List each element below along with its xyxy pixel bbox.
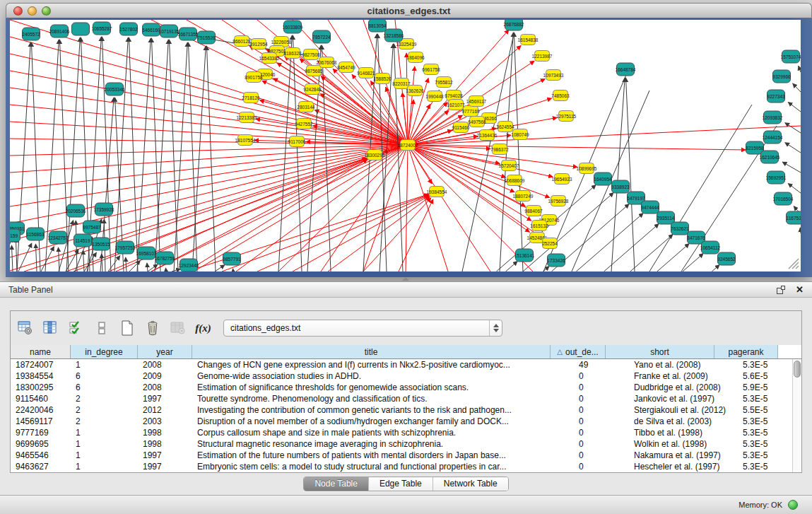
table-row[interactable]: 977716911998Corpus callosum shape and si… [11,427,801,438]
cell-title: Embryonic stem cells: a model to study s… [192,461,574,472]
graph-node-label: 15751074 [781,54,801,59]
graph-node-label: 16958107 [136,251,157,256]
graph-node-label: 1362626 [406,88,424,93]
graph-node-label: 2803144 [297,105,315,110]
resize-grip-icon[interactable] [792,262,799,269]
graph-node-label: 12213987 [532,54,553,59]
column-header-year[interactable]: year [138,345,192,358]
select-all-check-icon[interactable] [66,319,86,338]
graph-node-label: 16154838 [518,37,539,42]
graph-node-label: 13218586 [384,33,404,38]
cell-year: 1998 [138,427,192,438]
window-titlebar[interactable]: citations_edges.txt [6,3,812,18]
graph-node-label: 7857224 [312,35,331,40]
graph-edge [83,250,84,271]
graph-edge [543,267,550,271]
fx-glyph: f(x) [195,322,211,334]
cell-short: Jankovic et al. (1997) [629,393,738,404]
graph-edge [41,247,54,271]
cell-in_degree: 1 [71,438,138,450]
table-row[interactable]: 2242004622012Investigating the contribut… [11,404,801,416]
close-window-icon[interactable] [13,6,23,16]
new-table-icon[interactable] [117,319,136,338]
table-container: f(x)citations_edges.txt namein_degreeyea… [10,310,802,473]
table-row[interactable]: 1872400712008Changes of HCN gene express… [11,359,801,370]
cell-title: Structural magnetic resonance image aver… [192,438,574,450]
table-scrollbar[interactable] [792,359,801,472]
graph-node-label: 114519 [75,238,90,243]
table-select-dropdown[interactable]: citations_edges.txt [223,320,502,337]
delete-table-icon[interactable] [143,319,162,338]
column-header-short[interactable]: short [606,345,714,358]
tab-node-table[interactable]: Node Table [304,477,368,491]
cell-title: Estimation of the future numbers of pati… [192,450,574,461]
table-row[interactable]: 911546021997Tourette syndrome. Phenomeno… [11,393,801,404]
network-canvas[interactable]: 1872400786601288912954132260589827503165… [10,20,801,271]
resize-grip-icon[interactable] [796,266,799,269]
graph-node[interactable] [72,23,90,35]
graph-node-label: 20891406 [49,29,70,34]
graph-node-label: 2935114 [657,216,675,221]
graph-node-label: 16033809 [283,25,303,30]
column-header-in_degree[interactable]: in_degree [71,345,138,358]
graph-node-label: 9329966 [772,74,791,79]
graph-edge [630,235,673,271]
graph-edge [712,265,719,271]
close-panel-icon[interactable]: ✕ [796,284,804,295]
memory-status-label: Memory: OK [739,501,782,509]
table-tabs-bar: Node TableEdge TableNetwork Table [0,477,812,491]
graph-node-label: 6466160 [142,28,160,33]
cell-year: 1997 [138,450,192,461]
cell-name: 9115460 [11,393,71,404]
cell-out_de: 0 [574,404,629,416]
column-header-out_de[interactable]: △out_de... [551,345,606,358]
minimize-window-icon[interactable] [28,6,37,16]
graph-node-label: 9474444 [641,205,659,210]
import-table-disabled-icon[interactable] [168,319,187,338]
graph-node-label: 1527802 [119,27,138,32]
table-row[interactable]: 1830029562008Estimation of significance … [11,382,801,393]
panel-splitter-handle[interactable] [402,277,409,281]
column-header-name[interactable]: name [11,345,71,358]
cell-in_degree: 2 [71,404,138,416]
graph-node-label: 1167533 [787,216,801,221]
cell-title: Investigating the contribution of common… [192,404,574,416]
graph-edge [169,40,178,271]
graph-node-label: 8901758 [245,75,263,80]
memory-ok-led[interactable] [788,500,798,510]
table-row[interactable]: 969969511998Structural magnetic resonanc… [11,438,801,450]
table-row[interactable]: 1938455462009Genome-wide association stu… [11,370,801,382]
cell-short: de Silva et al. (2003) [629,416,738,427]
tab-edge-table[interactable]: Edge Table [368,477,433,491]
cell-name: 9777169 [11,427,71,438]
cell-short: Wolkin et al. (1998) [629,438,738,450]
graph-node-label: 1990448 [425,94,444,99]
function-builder-icon[interactable]: f(x) [194,319,213,338]
zoom-window-icon[interactable] [42,6,51,16]
dropdown-stepper-icon[interactable] [489,320,502,336]
graph-node-label: 20206536 [66,209,86,214]
column-edit-icon[interactable] [41,319,60,338]
cell-in_degree: 2 [71,393,138,404]
tab-network-table[interactable]: Network Table [433,477,508,491]
table-settings-icon[interactable] [16,319,35,338]
float-panel-icon[interactable] [777,286,785,294]
panel-title: Table Panel [8,285,53,295]
column-header-title[interactable]: title [192,345,551,358]
graph-node-label: 7986372 [490,147,509,152]
graph-edge [683,254,703,271]
graph-node-label: 14569117 [466,99,487,104]
scrollbar-thumb[interactable] [794,361,801,378]
column-header-pagerank[interactable]: pagerank [714,345,778,358]
cell-out_de: 0 [574,450,629,461]
row-boxes-icon[interactable] [92,319,111,338]
graph-node-label: 17359928 [94,207,114,212]
graph-node-label: 12342757 [48,235,69,240]
cell-out_de: 0 [574,370,629,382]
table-row[interactable]: 1456911722003Disruption of a novel membe… [11,416,801,427]
graph-node-label: 7632621 [671,226,689,231]
table-row[interactable]: 946554611997Estimation of the future num… [11,450,801,461]
table-panel: Table Panel ✕ f(x)citations_edges.txt na… [0,281,812,495]
table-row[interactable]: 946362711997Embryonic stem cells: a mode… [11,461,801,472]
cell-in_degree: 6 [71,382,138,393]
